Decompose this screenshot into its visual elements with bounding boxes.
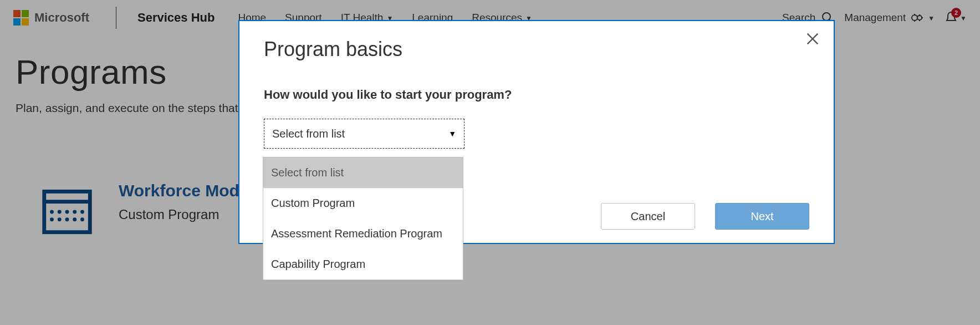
modal-button-row: Cancel Next: [601, 203, 809, 230]
select-placeholder-label: Select from list: [272, 128, 345, 140]
dropdown-option-placeholder[interactable]: Select from list: [263, 158, 463, 188]
cancel-button-label: Cancel: [631, 210, 665, 223]
modal-question: How would you like to start your program…: [264, 88, 809, 102]
dropdown-option-custom-program[interactable]: Custom Program: [263, 188, 463, 219]
dropdown-option-capability-program[interactable]: Capability Program: [263, 249, 463, 280]
modal-title: Program basics: [264, 38, 809, 61]
cancel-button[interactable]: Cancel: [601, 203, 695, 230]
close-button[interactable]: [805, 31, 820, 47]
program-start-select[interactable]: Select from list ▼: [264, 119, 465, 149]
next-button[interactable]: Next: [715, 203, 809, 230]
program-start-dropdown: Select from list Custom Program Assessme…: [263, 157, 463, 280]
caret-down-icon: ▼: [448, 129, 456, 138]
dropdown-option-assessment-remediation[interactable]: Assessment Remediation Program: [263, 219, 463, 249]
next-button-label: Next: [751, 210, 773, 223]
close-icon: [805, 31, 820, 47]
